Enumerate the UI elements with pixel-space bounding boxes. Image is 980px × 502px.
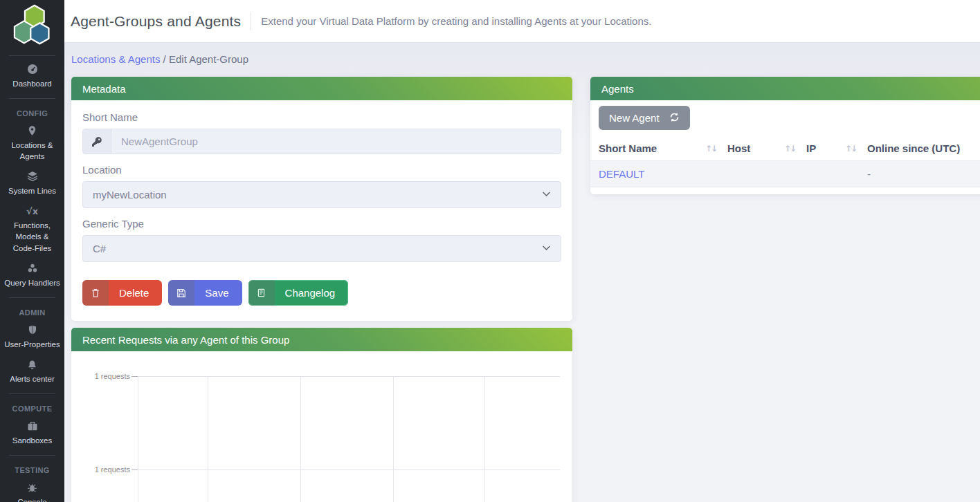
sidebar-divider bbox=[9, 55, 55, 56]
y-tick-mark bbox=[131, 376, 138, 377]
box-icon bbox=[4, 420, 60, 432]
layers-icon bbox=[4, 171, 60, 183]
sidebar-divider bbox=[9, 455, 55, 456]
sidebar-section-compute: COMPUTE bbox=[0, 405, 64, 413]
y-tick-label: 1 requests bbox=[71, 371, 130, 381]
agent-link-default[interactable]: DEFAULT bbox=[599, 168, 644, 180]
sidebar-item-label: Query Handlers bbox=[4, 279, 60, 287]
short-name-input[interactable] bbox=[111, 129, 561, 154]
sidebar-item-label: System Lines bbox=[8, 187, 56, 195]
generic-type-label: Generic Type bbox=[82, 218, 561, 230]
agent-table-row: DEFAULT - bbox=[590, 161, 980, 187]
trash-icon bbox=[82, 280, 109, 306]
gridline-vertical bbox=[138, 376, 138, 502]
gridline-horizontal bbox=[138, 470, 560, 470]
generic-type-select-value: C# bbox=[93, 243, 106, 254]
chevron-down-icon bbox=[542, 189, 551, 201]
main-content: Locations & Agents / Edit Agent-Group Me… bbox=[64, 42, 980, 502]
sidebar-divider bbox=[9, 297, 55, 298]
sidebar-item-console[interactable]: Console bbox=[0, 482, 64, 502]
gridline-vertical bbox=[484, 376, 485, 502]
sidebar-item-alerts-center[interactable]: Alerts center bbox=[0, 359, 64, 384]
hexagon-logo-icon bbox=[10, 3, 55, 46]
sidebar-divider bbox=[9, 393, 55, 394]
column-header-short-name[interactable]: Short Name ↑↓ bbox=[590, 136, 727, 161]
agent-online-since-cell: - bbox=[867, 161, 980, 187]
metadata-panel-header: Metadata bbox=[71, 77, 572, 100]
gridline-vertical bbox=[208, 376, 208, 502]
generic-type-select[interactable]: C# bbox=[82, 235, 561, 262]
gridline-vertical bbox=[300, 376, 301, 502]
agents-panel-header: Agents bbox=[590, 77, 980, 100]
delete-button[interactable]: Delete bbox=[82, 280, 162, 306]
save-button[interactable]: Save bbox=[168, 280, 242, 306]
sort-icon[interactable]: ↑↓ bbox=[845, 144, 856, 154]
sidebar-item-label: Sandboxes bbox=[12, 436, 53, 445]
bell-icon bbox=[4, 359, 60, 371]
sort-icon[interactable]: ↑↓ bbox=[705, 144, 716, 154]
chevron-down-icon bbox=[542, 243, 551, 254]
changelog-book-icon bbox=[248, 280, 275, 306]
page-title: Agent-Groups and Agents bbox=[71, 13, 241, 30]
sidebar-item-sandboxes[interactable]: Sandboxes bbox=[0, 420, 64, 446]
save-floppy-icon bbox=[168, 280, 194, 306]
column-header-online-since[interactable]: Online since (UTC) bbox=[867, 136, 980, 161]
column-header-host[interactable]: Host ↑↓ bbox=[727, 136, 806, 161]
changelog-button[interactable]: Changelog bbox=[248, 280, 349, 306]
sidebar: Dashboard CONFIG Locations & Agents Syst… bbox=[0, 0, 64, 502]
key-icon bbox=[83, 129, 111, 154]
agents-panel: Agents New Agent bbox=[590, 77, 980, 194]
sidebar-item-label: Locations & Agents bbox=[11, 141, 53, 160]
agents-table: Short Name ↑↓ Host ↑↓ IP ↑↓ bbox=[590, 136, 980, 187]
app-logo[interactable] bbox=[0, 0, 64, 55]
sidebar-item-label: Console bbox=[17, 498, 46, 502]
sidebar-item-label: Alerts center bbox=[10, 375, 55, 383]
dashboard-icon bbox=[4, 64, 60, 75]
short-name-input-group bbox=[82, 129, 561, 154]
breadcrumb: Locations & Agents / Edit Agent-Group bbox=[71, 53, 980, 68]
new-agent-button[interactable]: New Agent bbox=[599, 106, 690, 130]
agent-ip-cell bbox=[806, 161, 867, 187]
location-pin-icon bbox=[4, 125, 60, 137]
sidebar-item-label: Functions, Models & Code-Files bbox=[13, 221, 52, 252]
recent-requests-panel: Recent Requests via any Agent of this Gr… bbox=[71, 328, 572, 502]
metadata-panel: Metadata Short Name Location myNewLocati… bbox=[71, 77, 572, 321]
shield-icon bbox=[4, 324, 60, 336]
sidebar-section-config: CONFIG bbox=[0, 109, 64, 118]
topbar: Agent-Groups and Agents Extend your Virt… bbox=[64, 0, 980, 42]
recent-requests-panel-header: Recent Requests via any Agent of this Gr… bbox=[71, 328, 572, 351]
agent-host-cell bbox=[727, 161, 806, 187]
sqrt-icon: √x bbox=[4, 205, 60, 217]
sort-icon[interactable]: ↑↓ bbox=[784, 144, 795, 154]
short-name-label: Short Name bbox=[82, 111, 561, 123]
bug-icon bbox=[4, 482, 60, 494]
sidebar-item-system-lines[interactable]: System Lines bbox=[0, 171, 64, 196]
sidebar-item-functions-models-codefiles[interactable]: √x Functions, Models & Code-Files bbox=[0, 205, 64, 253]
sidebar-item-label: Dashboard bbox=[12, 80, 51, 88]
gridline-vertical bbox=[393, 376, 394, 502]
gridline-horizontal bbox=[138, 376, 560, 377]
sidebar-section-testing: TESTING bbox=[0, 466, 64, 474]
sidebar-item-user-properties[interactable]: User-Properties bbox=[0, 324, 64, 350]
page-subtitle: Extend your Virtual Data Platform by cre… bbox=[261, 15, 651, 27]
breadcrumb-link-locations-agents[interactable]: Locations & Agents bbox=[71, 53, 160, 65]
breadcrumb-separator: / bbox=[163, 53, 166, 65]
cluster-icon bbox=[4, 263, 60, 275]
sidebar-item-label: User-Properties bbox=[4, 340, 60, 348]
column-header-ip[interactable]: IP ↑↓ bbox=[806, 136, 867, 161]
sidebar-divider bbox=[9, 98, 55, 99]
y-tick-mark bbox=[131, 470, 138, 470]
location-select-value: myNewLocation bbox=[93, 189, 167, 201]
sidebar-section-admin: ADMIN bbox=[0, 308, 64, 317]
y-tick-label: 1 requests bbox=[71, 465, 130, 474]
sidebar-item-query-handlers[interactable]: Query Handlers bbox=[0, 263, 64, 288]
sidebar-item-dashboard[interactable]: Dashboard bbox=[0, 64, 64, 89]
location-select[interactable]: myNewLocation bbox=[82, 181, 561, 208]
sidebar-item-locations-agents[interactable]: Locations & Agents bbox=[0, 125, 64, 162]
location-label: Location bbox=[82, 164, 561, 176]
breadcrumb-current: Edit Agent-Group bbox=[169, 53, 248, 65]
refresh-icon bbox=[669, 112, 680, 124]
requests-chart: 1 requests 1 requests bbox=[71, 351, 572, 502]
title-divider bbox=[251, 12, 251, 30]
